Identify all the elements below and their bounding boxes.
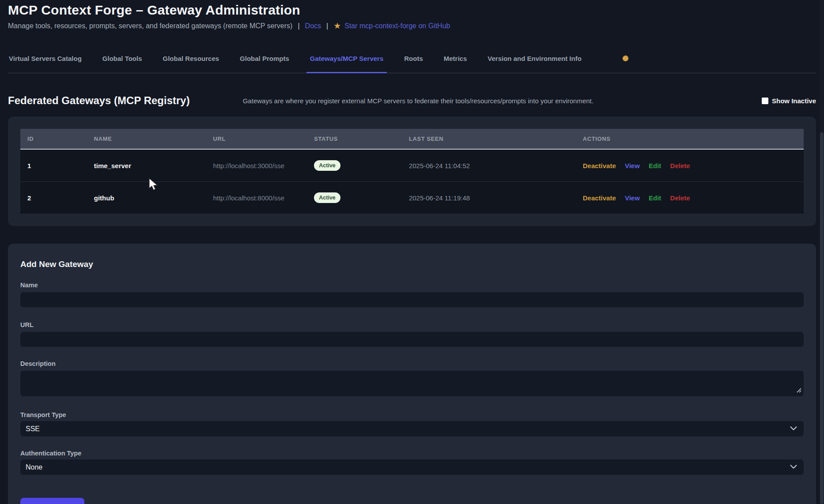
show-inactive-toggle[interactable]: Show Inactive [762,97,816,105]
edit-button[interactable]: Edit [649,162,661,169]
tab-global-prompts[interactable]: Global Prompts [240,55,289,73]
column-header-name: NAME [87,129,206,149]
chevron-down-icon [789,462,798,473]
status-badge: Active [314,160,340,171]
resize-handle-icon[interactable] [796,387,801,395]
theme-toggle-sun-icon[interactable] [621,54,630,73]
name-label: Name [20,282,804,289]
table-row: 1 time_server http://localhost:3000/sse … [20,149,804,182]
tab-virtual-servers-catalog[interactable]: Virtual Servers Catalog [9,55,82,73]
tab-global-resources[interactable]: Global Resources [163,55,219,73]
page-subtitle: Manage tools, resources, prompts, server… [8,22,292,30]
add-gateway-button[interactable] [20,498,84,504]
section-note: Gateways are where you register external… [243,97,762,105]
gateway-last-seen: 2025-06-24 11:19:48 [402,182,576,214]
delete-button[interactable]: Delete [670,194,690,202]
tab-version-environment-info[interactable]: Version and Environment Info [488,55,582,73]
page-scrollbar[interactable] [820,0,824,504]
tab-bar: Virtual Servers Catalog Global Tools Glo… [8,54,816,73]
gateway-id: 2 [20,182,87,214]
column-header-id: ID [20,129,87,149]
tab-metrics[interactable]: Metrics [444,55,467,73]
auth-type-select[interactable]: None [20,459,804,475]
description-field[interactable] [20,371,804,396]
gateways-table-card: ID NAME URL STATUS LAST SEEN ACTIONS 1 t… [8,117,816,226]
github-star-link[interactable]: Star mcp-context-forge on GitHub [344,22,450,30]
column-header-url: URL [206,129,307,149]
page-subtitle-row: Manage tools, resources, prompts, server… [8,22,816,30]
table-header-row: ID NAME URL STATUS LAST SEEN ACTIONS [20,129,804,149]
gateway-last-seen: 2025-06-24 11:04:52 [402,149,576,182]
docs-link[interactable]: Docs [305,22,321,30]
column-header-status: STATUS [307,129,402,149]
gateway-name: github [87,182,206,214]
separator: | [326,22,328,30]
url-field[interactable] [20,332,804,347]
gateway-url: http://localhost:8000/sse [206,182,307,214]
gateways-section-header: Federated Gateways (MCP Registry) Gatewa… [8,94,816,107]
show-inactive-label: Show Inactive [772,97,816,105]
gateways-table: ID NAME URL STATUS LAST SEEN ACTIONS 1 t… [20,129,804,214]
status-badge: Active [314,192,340,203]
tab-global-tools[interactable]: Global Tools [102,55,142,73]
delete-button[interactable]: Delete [670,162,690,169]
edit-button[interactable]: Edit [649,194,661,202]
page: MCP Context Forge – Gateway Administrati… [0,0,824,504]
section-heading: Federated Gateways (MCP Registry) [8,94,190,107]
transport-type-label: Transport Type [20,411,804,418]
name-field[interactable] [20,292,804,307]
deactivate-button[interactable]: Deactivate [583,162,616,169]
show-inactive-checkbox[interactable] [762,98,768,104]
column-header-last-seen: LAST SEEN [402,129,576,149]
form-heading: Add New Gateway [20,260,804,269]
row-actions: Deactivate View Edit Delete [576,182,804,214]
url-label: URL [20,321,804,328]
gateway-id: 1 [20,149,87,182]
add-gateway-form: Add New Gateway Name URL Description Tra… [8,244,816,504]
star-icon: ★ [333,22,341,30]
table-row: 2 github http://localhost:8000/sse Activ… [20,182,804,214]
auth-type-label: Authentication Type [20,450,804,457]
separator: | [298,22,299,30]
tab-roots[interactable]: Roots [404,55,423,73]
auth-type-value: None [26,463,42,471]
page-title: MCP Context Forge – Gateway Administrati… [8,0,816,18]
scrollbar-thumb[interactable] [820,132,824,504]
gateway-url: http://localhost:3000/sse [206,149,307,182]
transport-type-value: SSE [26,425,40,433]
column-header-actions: ACTIONS [576,129,804,149]
tab-gateways-mcp-servers[interactable]: Gateways/MCP Servers [310,55,384,73]
header: MCP Context Forge – Gateway Administrati… [8,0,816,30]
gateway-name: time_server [87,149,206,182]
view-button[interactable]: View [625,162,640,169]
description-label: Description [20,360,804,367]
row-actions: Deactivate View Edit Delete [576,149,804,182]
transport-type-select[interactable]: SSE [20,421,804,436]
deactivate-button[interactable]: Deactivate [583,194,616,202]
view-button[interactable]: View [625,194,640,202]
chevron-down-icon [789,423,798,435]
